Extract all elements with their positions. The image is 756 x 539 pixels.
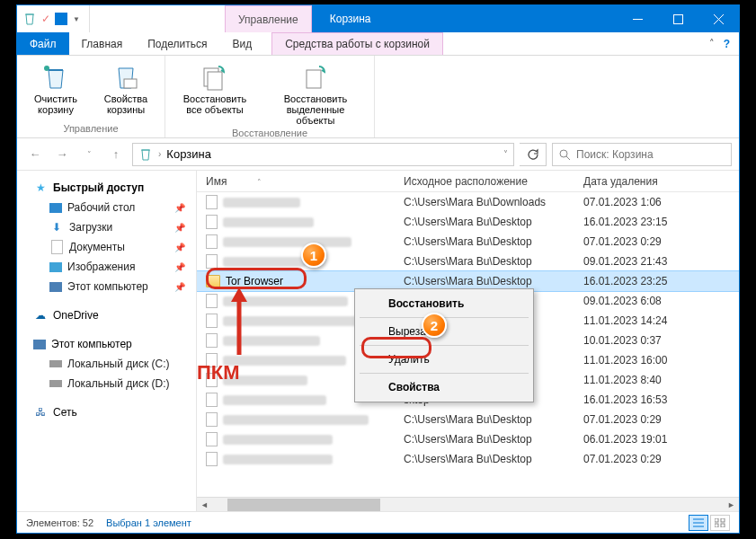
- table-row[interactable]: C:\Users\Mara Bu\Desktop07.01.2023 0:29: [197, 410, 739, 429]
- file-date: 16.01.2023 23:25: [583, 275, 739, 287]
- file-location: C:\Users\Mara Bu\Desktop: [404, 216, 583, 228]
- search-box[interactable]: [552, 143, 732, 166]
- table-row[interactable]: C:\Users\Mara Bu\Desktop07.01.2023 0:29: [197, 449, 739, 469]
- ctx-cut[interactable]: Вырезать: [358, 320, 530, 343]
- view-tab[interactable]: Вид: [219, 32, 264, 55]
- ctx-delete[interactable]: Удалить: [358, 348, 530, 371]
- restore-selected-button[interactable]: Восстановить выделенные объекты: [266, 59, 365, 126]
- minimize-button[interactable]: [618, 5, 658, 32]
- breadcrumb-dropdown-icon[interactable]: ˅: [503, 149, 508, 159]
- ribbon: Очистить корзину Свойства корзины Управл…: [17, 56, 739, 138]
- redacted-name: [223, 455, 333, 464]
- file-date: 07.01.2023 0:29: [583, 453, 739, 465]
- table-row[interactable]: C:\Users\Mara Bu\Desktop09.01.2023 21:43: [197, 252, 739, 271]
- ctx-restore[interactable]: Восстановить: [358, 292, 530, 315]
- ctx-props[interactable]: Свойства: [358, 376, 530, 399]
- title-spacer: [90, 5, 225, 32]
- file-location: C:\Users\Mara Bu\Downloads: [404, 196, 583, 208]
- nav-forward-button[interactable]: →: [51, 144, 73, 165]
- horizontal-scrollbar[interactable]: ◄ ►: [197, 497, 739, 512]
- ribbon-collapse-icon[interactable]: ˄: [709, 38, 715, 49]
- sidebar-desktop[interactable]: Рабочий стол📌: [17, 198, 196, 217]
- nav-back-button[interactable]: ←: [24, 144, 46, 165]
- empty-bin-button[interactable]: Очистить корзину: [26, 59, 85, 121]
- manage-context-tab[interactable]: Управление: [225, 5, 312, 32]
- close-button[interactable]: [698, 5, 739, 32]
- sidebar-quick-access[interactable]: ★ Быстрый доступ: [17, 178, 196, 198]
- ribbon-group-manage: Очистить корзину Свойства корзины Управл…: [17, 56, 165, 137]
- refresh-button[interactable]: [520, 143, 547, 166]
- window-title-text: Корзина: [330, 13, 371, 25]
- context-menu: Восстановить Вырезать Удалить Свойства: [354, 288, 534, 402]
- file-location: C:\Users\Mara Bu\Desktop: [404, 235, 583, 248]
- sort-asc-icon: ˄: [257, 178, 262, 187]
- recycle-tools-tab[interactable]: Средства работы с корзиной: [271, 32, 443, 55]
- table-row[interactable]: C:\Users\Mara Bu\Desktop06.01.2023 19:01: [197, 429, 739, 449]
- sidebar-pictures[interactable]: Изображения📌: [17, 257, 196, 277]
- redacted-name: [223, 257, 307, 267]
- breadcrumb-location[interactable]: Корзина: [166, 147, 211, 161]
- file-date: 11.01.2023 16:00: [583, 354, 739, 367]
- sidebar-onedrive[interactable]: ☁ OneDrive: [17, 305, 196, 325]
- svg-rect-2: [124, 79, 137, 88]
- icons-view-button[interactable]: [710, 515, 730, 531]
- redacted-name: [223, 198, 300, 208]
- qat-dropdown-icon[interactable]: ▼: [69, 12, 84, 26]
- nav-up-button[interactable]: ↑: [105, 144, 127, 165]
- share-tab[interactable]: Поделиться: [135, 32, 219, 55]
- file-icon: [206, 215, 218, 229]
- file-location: C:\Users\Mara Bu\Desktop: [404, 433, 583, 446]
- file-icon: [206, 234, 218, 249]
- file-date: 07.01.2023 1:06: [583, 196, 739, 208]
- file-list: Имя ˄ Исходное расположение Дата удалени…: [197, 171, 739, 512]
- restore-all-button[interactable]: Восстановить все объекты: [174, 59, 255, 126]
- table-row[interactable]: C:\Users\Mara Bu\Downloads07.01.2023 1:0…: [197, 192, 739, 212]
- redacted-name: [223, 356, 346, 366]
- ctx-sep: [360, 317, 529, 318]
- breadcrumb[interactable]: › Корзина ˅: [132, 143, 514, 166]
- file-icon: [206, 432, 218, 446]
- sidebar-documents[interactable]: Документы📌: [17, 237, 196, 257]
- manage-label: Управление: [238, 13, 298, 26]
- sidebar-network[interactable]: 🖧 Сеть: [17, 402, 196, 422]
- file-tab[interactable]: Файл: [17, 32, 69, 55]
- qat-pin-icon[interactable]: ✓: [39, 12, 53, 26]
- file-date: 09.01.2023 21:43: [583, 255, 739, 268]
- nav-history-button[interactable]: ˅: [78, 144, 100, 165]
- ribbon-help-icon[interactable]: ?: [724, 38, 730, 50]
- file-icon: [206, 393, 218, 407]
- sidebar: ★ Быстрый доступ Рабочий стол📌 ⬇ Загрузк…: [17, 171, 197, 512]
- file-date: 06.01.2023 19:01: [583, 433, 739, 446]
- sidebar-disk-c[interactable]: Локальный диск (C:): [17, 354, 196, 374]
- home-tab[interactable]: Главная: [69, 32, 136, 55]
- scroll-right-icon[interactable]: ►: [724, 498, 739, 513]
- col-deleted[interactable]: Дата удаления: [583, 175, 739, 188]
- col-location[interactable]: Исходное расположение: [404, 175, 583, 188]
- sidebar-this-pc-q[interactable]: Этот компьютер📌: [17, 277, 196, 296]
- redacted-name: [223, 237, 351, 247]
- table-row[interactable]: C:\Users\Mara Bu\Desktop07.01.2023 0:29: [197, 232, 739, 252]
- scroll-left-icon[interactable]: ◄: [197, 498, 212, 513]
- col-name[interactable]: Имя ˄: [206, 175, 404, 188]
- sidebar-downloads[interactable]: ⬇ Загрузки📌: [17, 217, 196, 237]
- sidebar-this-pc[interactable]: Этот компьютер: [17, 334, 196, 354]
- maximize-button[interactable]: [658, 5, 698, 32]
- sidebar-disk-d[interactable]: Локальный диск (D:): [17, 374, 196, 393]
- documents-icon: [49, 240, 64, 254]
- file-location: C:\Users\Mara Bu\Desktop: [404, 255, 583, 268]
- redacted-name: [223, 435, 333, 445]
- bin-props-button[interactable]: Свойства корзины: [96, 59, 156, 121]
- restore-all-icon: [200, 63, 229, 92]
- file-icon: [206, 333, 218, 348]
- view-buttons: [689, 515, 730, 531]
- search-input[interactable]: [576, 148, 725, 161]
- svg-rect-0: [674, 14, 683, 23]
- qat-new-icon[interactable]: [55, 13, 67, 25]
- file-date: 09.01.2023 6:08: [583, 295, 739, 307]
- pin-icon: 📌: [174, 203, 185, 213]
- redacted-name: [223, 395, 326, 405]
- details-view-button[interactable]: [689, 515, 708, 531]
- scroll-thumb[interactable]: [227, 499, 380, 512]
- pc-icon: [49, 282, 62, 292]
- table-row[interactable]: C:\Users\Mara Bu\Desktop16.01.2023 23:15: [197, 212, 739, 232]
